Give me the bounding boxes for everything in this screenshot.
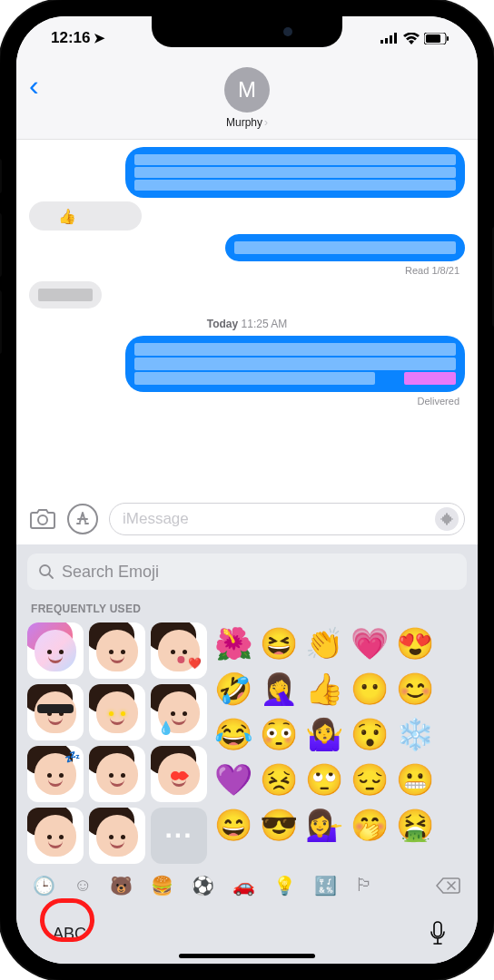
category-activity-icon[interactable]: ⚽ <box>192 875 214 897</box>
compose-bar: iMessage <box>16 495 478 544</box>
emoji-item[interactable]: 😆 <box>258 622 300 664</box>
svg-rect-10 <box>434 922 441 936</box>
memoji-more-button[interactable] <box>151 808 207 864</box>
memoji-sticker[interactable] <box>89 746 145 802</box>
emoji-item[interactable]: 😣 <box>258 759 300 800</box>
emoji-item[interactable]: 🤣 <box>212 668 254 710</box>
emoji-search-field[interactable]: Search Emoji <box>27 554 467 590</box>
emoji-item[interactable]: 😳 <box>258 713 300 755</box>
avatar: M <box>224 67 270 113</box>
svg-point-8 <box>40 565 50 575</box>
category-travel-icon[interactable]: 🚗 <box>232 875 255 897</box>
svg-rect-5 <box>426 34 440 43</box>
conversation-header: ‹ M Murphy › <box>16 60 478 140</box>
contact-name: Murphy › <box>226 116 268 129</box>
memoji-sticker[interactable] <box>151 622 207 679</box>
emoji-keyboard: Search Emoji FREQUENTLY USED <box>16 544 478 964</box>
message-input[interactable]: iMessage <box>109 503 465 535</box>
status-time: 12:16 <box>51 29 90 47</box>
emoji-item[interactable]: 💗 <box>349 622 390 664</box>
memoji-sticker[interactable] <box>151 684 207 740</box>
camera-button[interactable] <box>29 508 56 530</box>
svg-line-9 <box>49 574 53 578</box>
category-flags-icon[interactable]: 🏳 <box>355 875 373 897</box>
emoji-item[interactable]: 😶 <box>349 668 390 710</box>
emoji-item[interactable]: 😍 <box>394 622 436 664</box>
location-icon: ➤ <box>94 30 105 46</box>
emoji-item[interactable]: 🤮 <box>394 804 436 846</box>
keyboard-bottom-row: ABC <box>27 906 467 964</box>
svg-rect-0 <box>380 40 383 44</box>
emoji-item[interactable]: 🤦‍♀️ <box>258 668 300 710</box>
message-list[interactable]: 👍 Read 1/8/21 Today 11:25 AM <box>16 140 478 495</box>
emoji-item[interactable]: 🌺 <box>212 622 254 664</box>
battery-icon <box>424 33 449 44</box>
category-smileys-icon[interactable]: ☺ <box>74 875 92 897</box>
memoji-sticker[interactable] <box>89 684 145 740</box>
message-outgoing <box>29 234 465 261</box>
read-receipt: Read 1/8/21 <box>29 265 459 276</box>
memoji-sticker[interactable] <box>27 746 84 802</box>
app-store-button[interactable] <box>67 504 98 534</box>
category-recent-icon[interactable]: 🕒 <box>33 875 55 897</box>
dictation-button[interactable] <box>429 921 447 946</box>
wifi-icon <box>403 33 420 44</box>
emoji-item[interactable]: 🤷‍♀️ <box>303 713 345 755</box>
memoji-sticker[interactable] <box>89 808 145 864</box>
memoji-sticker[interactable] <box>27 622 84 679</box>
backspace-key[interactable] <box>436 877 461 895</box>
status-indicators <box>380 33 449 44</box>
memoji-sticker[interactable] <box>151 746 207 802</box>
category-objects-icon[interactable]: 💡 <box>273 875 296 897</box>
emoji-item[interactable]: 😊 <box>394 668 436 710</box>
svg-rect-6 <box>447 36 449 41</box>
emoji-search-placeholder: Search Emoji <box>62 563 159 582</box>
cellular-icon <box>380 33 399 44</box>
timestamp-separator: Today 11:25 AM <box>29 318 465 330</box>
svg-rect-3 <box>394 33 397 44</box>
message-incoming <box>29 281 465 309</box>
emoji-item[interactable]: 😯 <box>349 713 390 755</box>
emoji-item[interactable]: 🙄 <box>303 759 345 800</box>
emoji-item[interactable]: 😂 <box>212 713 254 755</box>
emoji-item[interactable]: 😬 <box>394 759 436 800</box>
chevron-right-icon: › <box>264 116 268 129</box>
emoji-item[interactable]: 😎 <box>258 804 300 846</box>
svg-point-7 <box>38 515 47 524</box>
emoji-category-row: 🕒 ☺ 🐻 🍔 ⚽ 🚗 💡 🔣 🏳 <box>27 864 467 906</box>
message-outgoing <box>29 147 465 198</box>
contact-header[interactable]: M Murphy › <box>224 67 270 129</box>
device-notch <box>152 16 342 47</box>
emoji-item[interactable]: 👏 <box>303 622 345 664</box>
memoji-sticker[interactable] <box>89 622 145 679</box>
delivered-receipt: Delivered <box>29 396 459 407</box>
message-outgoing <box>29 336 465 392</box>
search-icon <box>38 564 54 580</box>
emoji-item[interactable]: 👍 <box>303 668 345 710</box>
emoji-item[interactable]: 🤭 <box>349 804 390 846</box>
emoji-item[interactable]: 😄 <box>212 804 254 846</box>
message-placeholder: iMessage <box>123 510 435 528</box>
tutorial-highlight <box>40 898 94 942</box>
memoji-sticker[interactable] <box>27 684 84 740</box>
voice-message-button[interactable] <box>435 507 459 531</box>
category-food-icon[interactable]: 🍔 <box>151 875 173 897</box>
emoji-item[interactable]: ❄️ <box>394 713 436 755</box>
emoji-grid: 🌺😆👏💗😍🤣🤦‍♀️👍😶😊😂😳🤷‍♀️😯❄️💜😣🙄😔😬😄😎💁‍♀️🤭🤮 <box>212 622 436 864</box>
message-incoming: 👍 <box>29 201 465 230</box>
svg-rect-2 <box>390 35 392 44</box>
memoji-grid <box>27 622 207 864</box>
category-symbols-icon[interactable]: 🔣 <box>314 875 337 897</box>
svg-rect-1 <box>385 38 388 44</box>
back-button[interactable]: ‹ <box>29 69 39 103</box>
emoji-item[interactable]: 😔 <box>349 759 390 800</box>
emoji-item[interactable]: 💁‍♀️ <box>303 804 345 846</box>
home-indicator[interactable] <box>179 954 315 958</box>
memoji-sticker[interactable] <box>27 808 84 864</box>
emoji-item[interactable]: 💜 <box>212 759 254 800</box>
frequently-used-label: FREQUENTLY USED <box>31 603 467 615</box>
category-animals-icon[interactable]: 🐻 <box>110 875 133 897</box>
